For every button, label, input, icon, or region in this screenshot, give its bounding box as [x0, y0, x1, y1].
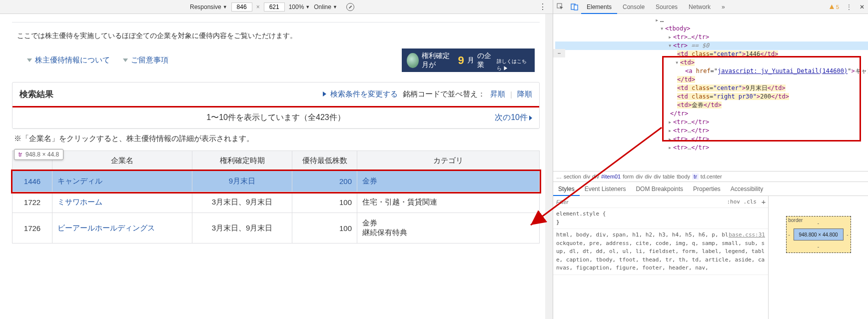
tree-collapse-gutter[interactable]: ⋯ [553, 49, 565, 58]
month-banner[interactable]: 権利確定月が 9 月 の企業 詳しくはこちら ▶ [402, 48, 535, 72]
table-row: 1726ビーアールホールディングス3月末日、9月末日100金券 継続保有特典 [12, 213, 540, 244]
element-style-rule[interactable]: element.style {} [553, 208, 768, 229]
note-line: ※「企業名」をクリックすると、株主優待情報の詳細が表示されます。 [12, 129, 540, 150]
sort-label: 銘柄コードで並べ替え： [403, 90, 485, 99]
next-page-link[interactable]: 次の10件 [495, 112, 532, 123]
viewport-width-input[interactable] [231, 2, 252, 12]
tab-network[interactable]: Network [683, 0, 716, 14]
tab-more[interactable]: » [716, 0, 731, 14]
elements-tree[interactable]: ⋯ ▸… ▾<tbody> ▸<tr>…</tr> ▾<tr> == $0 <t… [553, 14, 868, 171]
page-description: ここでは株主優待を実施しているほぼ全ての企業を対象に優待内容をご覧いただけます。 [12, 22, 540, 44]
device-mode-icon[interactable] [567, 0, 581, 14]
rotate-icon[interactable] [346, 3, 354, 11]
triangle-right-icon [323, 92, 326, 96]
banner-text: の企業 [477, 52, 494, 70]
responsive-mode-dropdown[interactable]: Responsive▼ [190, 4, 227, 10]
box-model-dims: 948.800 × 44.800 [794, 228, 844, 240]
cell-code: 1722 [12, 192, 52, 213]
tab-console[interactable]: Console [617, 0, 650, 14]
moon-icon [407, 53, 419, 68]
cell-shares: 100 [292, 213, 357, 244]
cell-shares: 100 [292, 192, 357, 213]
sort-asc-link[interactable]: 昇順 [490, 90, 505, 99]
scrollbar[interactable] [545, 14, 553, 319]
box-model-pane: border - - - - 948.800 × 44.800 [768, 196, 868, 319]
table-row: 1722ミサワホーム3月末日、9月末日100住宅・引越・賃貸関連 [12, 192, 540, 213]
tab-properties[interactable]: Properties [688, 182, 726, 196]
cell-period: 3月末日、9月末日 [192, 192, 292, 213]
hov-cls-toggle[interactable]: :hov .cls [724, 198, 759, 205]
devtools-close-icon[interactable]: ✕ [856, 4, 868, 10]
element-hover-tooltip: tr 948.8 × 44.8 [14, 149, 63, 160]
company-link[interactable]: ビーアールホールディングス [57, 224, 155, 232]
tab-dom-breakpoints[interactable]: DOM Breakpoints [631, 182, 688, 196]
chevron-right-icon [529, 116, 532, 120]
company-link[interactable]: キャンディル [57, 176, 102, 185]
cell-company: ミサワホーム [52, 192, 192, 213]
cell-category: 金券 継続保有特典 [357, 213, 540, 244]
result-header: 検索結果 検索条件を変更する 銘柄コードで並べ替え： 昇順 | 降順 [12, 82, 539, 106]
styles-tabs: Styles Event Listeners DOM Breakpoints P… [553, 182, 868, 196]
reset-style-rule[interactable]: base.css:31 html, body, div, span, h1, h… [553, 229, 768, 275]
box-model[interactable]: border - - - - 948.800 × 44.800 [786, 216, 851, 253]
tab-event-listeners[interactable]: Event Listeners [580, 182, 631, 196]
tab-elements[interactable]: Elements [581, 0, 617, 14]
col-category: カテゴリ [357, 151, 540, 171]
table-header-row: 企業名 権利確定時期 優待最低株数 カテゴリ [12, 151, 540, 171]
viewport-height-input[interactable] [264, 2, 285, 12]
cell-category: 金券 [357, 171, 540, 192]
dom-breadcrumb[interactable]: … section div div #item01 form div div d… [553, 171, 868, 182]
cell-shares: 200 [292, 171, 357, 192]
banner-text: 権利確定月が [422, 52, 455, 70]
devtools-menu-icon[interactable]: ⋮ [842, 0, 856, 14]
tab-accessibility[interactable]: Accessibility [726, 182, 768, 196]
tab-styles[interactable]: Styles [553, 182, 580, 196]
about-benefits-link[interactable]: 株主優待情報について [27, 56, 110, 65]
company-link[interactable]: ミサワホーム [57, 198, 102, 206]
zoom-dropdown[interactable]: 100%▼ [289, 4, 310, 10]
col-shares: 優待最低株数 [292, 151, 357, 171]
tab-sources[interactable]: Sources [650, 0, 683, 14]
devtools-panel: Elements Console Sources Network » 5 ⋮ ✕… [553, 0, 868, 319]
styles-body: :hov .cls + element.style {} base.css:31… [553, 196, 868, 319]
chevron-down-icon [123, 58, 128, 62]
cell-period: 3月末日、9月末日 [192, 213, 292, 244]
cell-period: 9月末日 [192, 171, 292, 192]
result-box: 検索結果 検索条件を変更する 銘柄コードで並べ替え： 昇順 | 降順 1〜10件… [12, 82, 540, 129]
styles-filter-input[interactable] [553, 199, 724, 205]
svg-rect-2 [574, 5, 578, 10]
table-row: 1446キャンディル9月末日200金券 [12, 171, 540, 192]
benefits-table: 企業名 権利確定時期 優待最低株数 カテゴリ 1446キャンディル9月末日200… [12, 150, 540, 244]
banner-month: 9 [458, 54, 464, 67]
sort-desc-link[interactable]: 降順 [517, 90, 532, 99]
warning-badge[interactable]: 5 [829, 4, 839, 10]
cell-code: 1726 [12, 213, 52, 244]
device-toolbar-menu-icon[interactable]: ⋮ [539, 2, 547, 12]
col-period: 権利確定時期 [192, 151, 292, 171]
notice-link[interactable]: ご留意事項 [123, 56, 168, 65]
col-company: 企業名 [52, 151, 192, 171]
devtools-tabs: Elements Console Sources Network » 5 ⋮ ✕ [553, 0, 868, 14]
change-conditions-link[interactable]: 検索条件を変更する [323, 90, 398, 99]
page-viewport: ここでは株主優待を実施しているほぼ全ての企業を対象に優待内容をご覧いただけます。… [0, 14, 553, 319]
cell-category: 住宅・引越・賃貸関連 [357, 192, 540, 213]
result-title: 検索結果 [19, 88, 53, 100]
cell-company: キャンディル [52, 171, 192, 192]
pager-row: 1〜10件を表示しています（全423件） 次の10件 [12, 108, 539, 128]
box-model-label: border [789, 218, 803, 223]
new-style-rule-icon[interactable]: + [759, 198, 768, 206]
chevron-down-icon [27, 58, 32, 62]
cell-company: ビーアールホールディングス [52, 213, 192, 244]
pager-text: 1〜10件を表示しています（全423件） [206, 112, 345, 123]
info-bar: 株主優待情報について ご留意事項 権利確定月が 9 月 の企業 詳しくはこちら … [12, 44, 540, 77]
inspect-icon[interactable] [553, 0, 567, 14]
banner-text: 月 [467, 56, 474, 65]
notice-label: ご留意事項 [131, 56, 168, 65]
cell-code: 1446 [12, 171, 52, 192]
throttle-dropdown[interactable]: Online▼ [314, 4, 337, 10]
about-benefits-label: 株主優待情報について [35, 56, 110, 65]
banner-sub: 詳しくはこちら ▶ [497, 58, 530, 72]
